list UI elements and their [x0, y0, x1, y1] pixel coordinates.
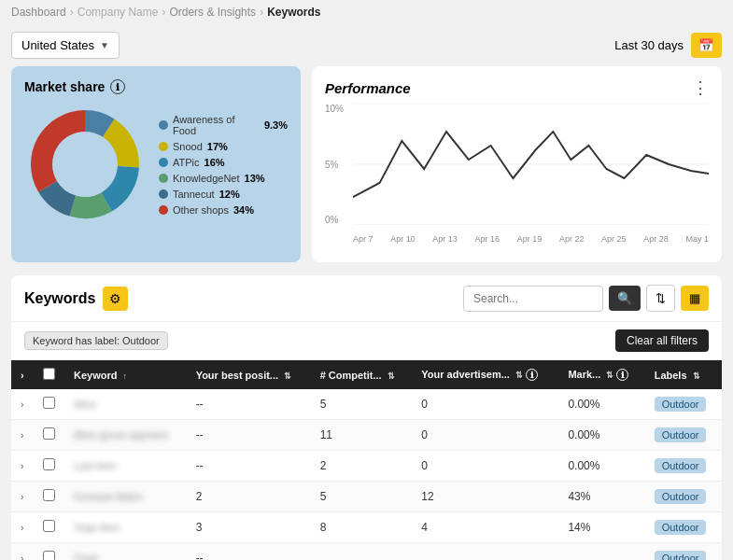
row-checkbox[interactable] — [43, 551, 55, 560]
top-bar: United States ▼ Last 30 days 📅 — [0, 24, 733, 66]
info-icon[interactable]: ℹ — [110, 79, 125, 94]
breadcrumb-sep3: › — [260, 6, 263, 19]
date-range-label: Last 30 days — [614, 38, 684, 52]
label-tag[interactable]: Outdoor — [655, 427, 707, 442]
label-tag[interactable]: Outdoor — [655, 551, 707, 560]
row-checkbox[interactable] — [43, 520, 55, 532]
breadcrumb-orders[interactable]: Orders & Insights — [169, 6, 256, 19]
breadcrumb-company[interactable]: Company Name — [78, 6, 159, 19]
expand-cell[interactable]: › — [11, 482, 34, 512]
filter-bar: Keyword has label: Outdoor Clear all fil… — [11, 322, 722, 360]
checkbox-cell[interactable] — [34, 451, 64, 482]
keywords-header: Keywords ⚙ 🔍 ⇅ ▦ — [11, 275, 722, 322]
adv-info-icon[interactable]: ℹ — [526, 369, 538, 381]
clear-filters-button[interactable]: Clear all filters — [615, 329, 709, 352]
legend-percent: 13% — [245, 173, 265, 184]
legend-label: ATPic — [173, 157, 200, 168]
keyword-cell: Increase Adam — [64, 482, 187, 512]
row-chevron-icon[interactable]: › — [21, 399, 23, 410]
x-axis-labels: Apr 7 Apr 10 Apr 13 Apr 16 Apr 19 Apr 22… — [353, 234, 709, 244]
keyword-cell: Cleat — [64, 543, 187, 561]
market-cell: 0.00% — [558, 451, 644, 482]
legend-item: Other shops 34% — [159, 204, 288, 216]
legend-color-dot — [159, 174, 168, 183]
best-pos-cell: -- — [187, 389, 311, 420]
checkbox-cell[interactable] — [34, 389, 64, 420]
more-options-icon[interactable]: ⋮ — [692, 79, 709, 96]
donut-chart — [24, 104, 146, 225]
label-cell: Outdoor — [645, 543, 722, 561]
legend-percent: 16% — [204, 157, 225, 168]
market-cell — [558, 543, 644, 561]
filter-button[interactable]: ⇅ — [646, 285, 675, 312]
label-tag[interactable]: Outdoor — [655, 520, 707, 535]
row-checkbox[interactable] — [43, 427, 55, 440]
charts-row: Market share ℹ Awareness of Food 9.3% Sn… — [11, 66, 722, 262]
competitors-col-header[interactable]: # Competit... ⇅ — [311, 360, 413, 389]
checkbox-cell[interactable] — [34, 420, 64, 451]
label-cell: Outdoor — [645, 389, 722, 420]
search-button[interactable]: 🔍 — [609, 286, 641, 311]
market-info-icon[interactable]: ℹ — [616, 369, 628, 381]
table-row: › Cleat -- Outdoor — [11, 543, 722, 561]
keyword-col-header[interactable]: Keyword ↑ — [64, 360, 187, 389]
row-checkbox[interactable] — [43, 397, 55, 409]
expand-cell[interactable]: › — [11, 543, 34, 561]
best-pos-cell: 2 — [187, 482, 311, 512]
your-adv-cell: 4 — [412, 512, 558, 543]
y-axis-labels: 10% 5% 0% — [325, 104, 351, 225]
grid-view-button[interactable]: ▦ — [681, 286, 709, 311]
search-input[interactable] — [463, 286, 603, 312]
expand-cell[interactable]: › — [11, 389, 34, 420]
row-chevron-icon[interactable]: › — [21, 492, 23, 502]
labels-col-header[interactable]: Labels ⇅ — [645, 360, 722, 389]
legend-item: Awareness of Food 9.3% — [159, 114, 288, 136]
row-chevron-icon[interactable]: › — [21, 461, 23, 471]
label-tag[interactable]: Outdoor — [655, 397, 707, 412]
checkbox-cell[interactable] — [34, 482, 64, 512]
row-chevron-icon[interactable]: › — [21, 523, 23, 533]
label-tag[interactable]: Outdoor — [655, 489, 707, 504]
label-cell: Outdoor — [645, 451, 722, 482]
market-cell: 0.00% — [558, 389, 644, 420]
chevron-header-icon: › — [21, 370, 24, 381]
legend-label: Snood — [173, 141, 203, 152]
row-chevron-icon[interactable]: › — [21, 553, 23, 560]
settings-button[interactable]: ⚙ — [103, 287, 128, 311]
checkbox-col-header[interactable] — [34, 360, 64, 389]
expand-cell[interactable]: › — [11, 420, 34, 451]
best-pos-col-header[interactable]: Your best posit... ⇅ — [187, 360, 311, 389]
legend-label: KnowledgeNet — [173, 173, 240, 184]
expand-cell[interactable]: › — [11, 512, 34, 543]
legend-percent: 17% — [207, 141, 228, 152]
keyword-cell: Yoga Item — [64, 512, 187, 543]
select-all-checkbox[interactable] — [43, 368, 55, 380]
calendar-button[interactable]: 📅 — [691, 33, 722, 58]
calendar-icon: 📅 — [698, 38, 714, 52]
your-adv-col-header[interactable]: Your advertisem... ⇅ ℹ — [412, 360, 558, 389]
keyword-cell: Alien grove sapment — [64, 420, 187, 451]
checkbox-cell[interactable] — [34, 512, 64, 543]
keywords-section: Keywords ⚙ 🔍 ⇅ ▦ Keyword has label: Outd… — [11, 275, 722, 560]
row-checkbox[interactable] — [43, 458, 55, 470]
competitors-cell: 2 — [311, 451, 413, 482]
market-col-header[interactable]: Mark... ⇅ ℹ — [558, 360, 644, 389]
table-row: › Alien grove sapment -- 11 0 0.00% Outd… — [11, 420, 722, 451]
competitors-cell: 11 — [311, 420, 413, 451]
performance-card: Performance ⋮ 10% 5% 0% — [312, 66, 722, 262]
label-tag[interactable]: Outdoor — [655, 458, 707, 473]
search-bar: 🔍 ⇅ ▦ — [463, 285, 709, 312]
market-cell: 43% — [558, 482, 644, 512]
row-chevron-icon[interactable]: › — [21, 430, 23, 441]
country-selector[interactable]: United States ▼ — [11, 32, 120, 59]
breadcrumb-dashboard[interactable]: Dashboard — [11, 6, 66, 19]
legend-item: KnowledgeNet 13% — [159, 173, 288, 184]
legend-item: ATPic 16% — [159, 157, 288, 168]
legend-color-dot — [159, 142, 168, 151]
keyword-cell: Last Item — [64, 451, 187, 482]
table-row: › Increase Adam 2 5 12 43% Outdoor — [11, 482, 722, 512]
legend-label: Awareness of Food — [173, 114, 260, 136]
checkbox-cell[interactable] — [34, 543, 64, 561]
expand-cell[interactable]: › — [11, 451, 34, 482]
row-checkbox[interactable] — [43, 489, 55, 501]
